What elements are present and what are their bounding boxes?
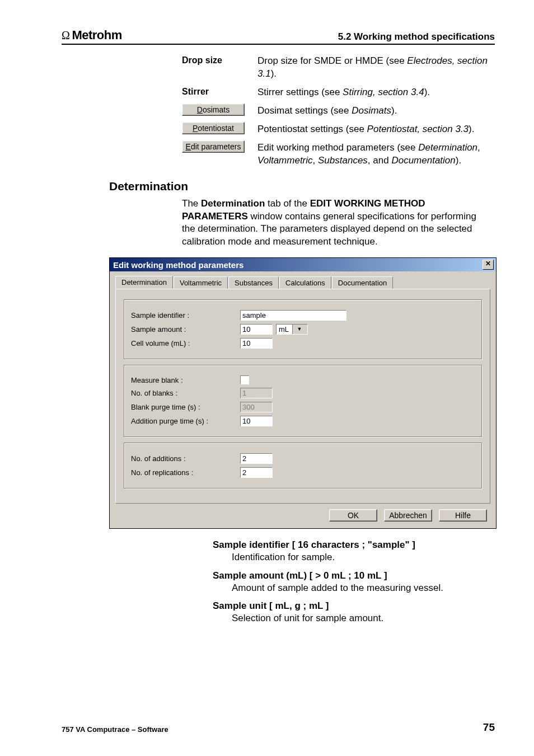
group-sample: Sample identifier : Sample amount : mL ▼…	[124, 299, 482, 359]
footer-product: 757 VA Computrace – Software	[62, 725, 168, 734]
sample-amount-unit-select[interactable]: mL ▼	[276, 324, 308, 335]
param-def-sample-unit: Sample unit [ mL, g ; mL ] Selection of …	[213, 600, 489, 624]
no-of-replications-input[interactable]	[240, 467, 273, 478]
omega-icon: Ω	[62, 29, 69, 42]
tab-documentation[interactable]: Documentation	[332, 276, 393, 289]
param-def-sample-identifier: Sample identifier [ 16 characters ; "sam…	[213, 539, 489, 564]
sample-amount-input[interactable]	[240, 324, 273, 335]
group-blank: Measure blank : No. of blanks : Blank pu…	[124, 365, 482, 437]
measure-blank-checkbox[interactable]	[240, 375, 249, 384]
def-text: Edit working method parameters (see Dete…	[257, 142, 489, 167]
tab-substances[interactable]: Substances	[228, 276, 279, 289]
def-text: Potentiostat settings (see Potentiostat,…	[257, 123, 489, 136]
tab-calculations[interactable]: Calculations	[279, 276, 331, 289]
tab-panel-determination: Sample identifier : Sample amount : mL ▼…	[115, 289, 490, 504]
definition-edit-parameters: Edit parameters Edit working method para…	[182, 142, 489, 167]
potentiostat-button[interactable]: Potentiostat	[182, 122, 245, 134]
dialog-title: Edit working method parameters	[113, 260, 243, 270]
field-blank-purge-time: Blank purge time (s) :	[131, 402, 475, 412]
definition-stirrer: Stirrer Stirrer settings (see Stirring, …	[182, 86, 489, 99]
field-label: No. of blanks :	[131, 389, 240, 397]
addition-purge-input[interactable]	[240, 416, 273, 426]
field-label: Addition purge time (s) :	[131, 417, 240, 425]
def-text: Stirrer settings (see Stirring, section …	[257, 86, 489, 99]
dialog-button-row: OK Abbrechen Hilfe	[115, 509, 490, 522]
def-label: Stirrer	[182, 86, 257, 97]
field-sample-amount: Sample amount : mL ▼	[131, 324, 475, 335]
tab-determination[interactable]: Determination	[115, 276, 173, 289]
cancel-button[interactable]: Abbrechen	[384, 509, 432, 522]
param-title: Sample identifier [ 16 characters ; "sam…	[213, 539, 489, 551]
definition-potentiostat: Potentiostat Potentiostat settings (see …	[182, 123, 489, 136]
param-body: Amount of sample added to the measuring …	[232, 582, 489, 594]
definitions-list: Drop size Drop size for SMDE or HMDE (se…	[182, 55, 489, 167]
field-addition-purge-time: Addition purge time (s) :	[131, 416, 475, 426]
tab-voltammetric[interactable]: Voltammetric	[174, 276, 228, 289]
dialog-tabs: Determination Voltammetric Substances Ca…	[115, 276, 490, 289]
definition-dosimats: Dosimats Dosimat settings (see Dosimats)…	[182, 105, 489, 118]
cell-volume-input[interactable]	[240, 338, 273, 349]
brand-name: Metrohm	[72, 28, 121, 43]
field-label: No. of replications :	[131, 468, 240, 477]
param-body: Identification for sample.	[232, 551, 489, 564]
section-heading-determination: Determination	[109, 180, 495, 193]
param-def-sample-amount: Sample amount (mL) [ > 0 mL ; 10 mL ] Am…	[213, 570, 489, 594]
def-label: Drop size	[182, 55, 257, 65]
param-title: Sample amount (mL) [ > 0 mL ; 10 mL ]	[213, 570, 489, 582]
field-label: Sample identifier :	[131, 311, 240, 320]
group-additions: No. of additions : No. of replications :	[124, 443, 482, 489]
edit-parameters-button[interactable]: Edit parameters	[182, 140, 245, 153]
page-header: Ω Metrohm 5.2 Working method specificati…	[62, 28, 495, 45]
field-no-of-replications: No. of replications :	[131, 467, 475, 478]
blank-purge-input	[240, 402, 273, 412]
param-title: Sample unit [ mL, g ; mL ]	[213, 600, 489, 612]
def-text: Dosimat settings (see Dosimats).	[257, 105, 489, 118]
field-label: Measure blank :	[131, 376, 240, 384]
field-sample-identifier: Sample identifier :	[131, 310, 475, 321]
field-label: No. of additions :	[131, 454, 240, 463]
help-button[interactable]: Hilfe	[439, 509, 487, 522]
def-text: Drop size for SMDE or HMDE (see Electrod…	[257, 55, 489, 81]
field-no-of-blanks: No. of blanks :	[131, 388, 475, 398]
field-label: Cell volume (mL) :	[131, 339, 240, 348]
field-no-of-additions: No. of additions :	[131, 453, 475, 464]
page-number: 75	[483, 721, 495, 734]
parameter-definitions: Sample identifier [ 16 characters ; "sam…	[213, 539, 489, 624]
edit-parameters-dialog: Edit working method parameters ✕ Determi…	[109, 257, 496, 529]
no-of-blanks-input	[240, 388, 273, 398]
param-body: Selection of unit for sample amount.	[232, 612, 489, 624]
ok-button[interactable]: OK	[329, 509, 377, 522]
dosimats-button[interactable]: Dosimats	[182, 104, 245, 116]
header-section-title: 5.2 Working method specifications	[338, 31, 495, 43]
no-of-additions-input[interactable]	[240, 453, 273, 464]
brand-logo: Ω Metrohm	[62, 28, 122, 43]
unit-value: mL	[277, 325, 292, 334]
determination-intro: The Determination tab of the EDIT WORKIN…	[182, 198, 489, 249]
definition-drop-size: Drop size Drop size for SMDE or HMDE (se…	[182, 55, 489, 81]
dialog-body: Determination Voltammetric Substances Ca…	[110, 271, 496, 528]
sample-identifier-input[interactable]	[240, 310, 346, 321]
def-button-wrap: Dosimats	[182, 104, 257, 116]
page-footer: 757 VA Computrace – Software 75	[62, 721, 495, 734]
field-measure-blank: Measure blank :	[131, 375, 475, 384]
dialog-titlebar: Edit working method parameters ✕	[110, 258, 496, 271]
field-cell-volume: Cell volume (mL) :	[131, 338, 475, 349]
field-label: Blank purge time (s) :	[131, 403, 240, 411]
def-button-wrap: Potentiostat	[182, 122, 257, 134]
def-button-wrap: Edit parameters	[182, 140, 257, 153]
chevron-down-icon: ▼	[292, 325, 307, 334]
close-icon[interactable]: ✕	[483, 260, 494, 270]
field-label: Sample amount :	[131, 325, 240, 334]
